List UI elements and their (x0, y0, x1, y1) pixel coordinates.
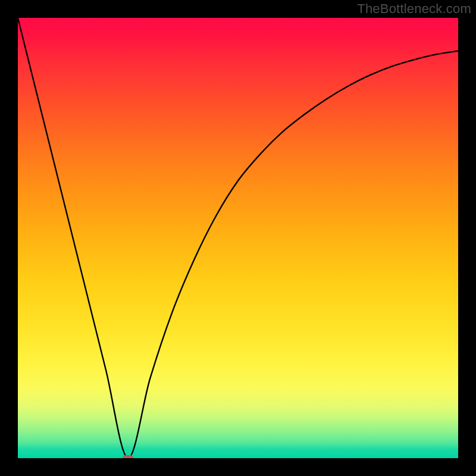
chart-frame: TheBottleneck.com (0, 0, 476, 476)
watermark-text: TheBottleneck.com (357, 1, 471, 17)
bottleneck-curve (18, 18, 458, 458)
plot-area (18, 18, 458, 458)
minimum-marker (123, 455, 133, 458)
